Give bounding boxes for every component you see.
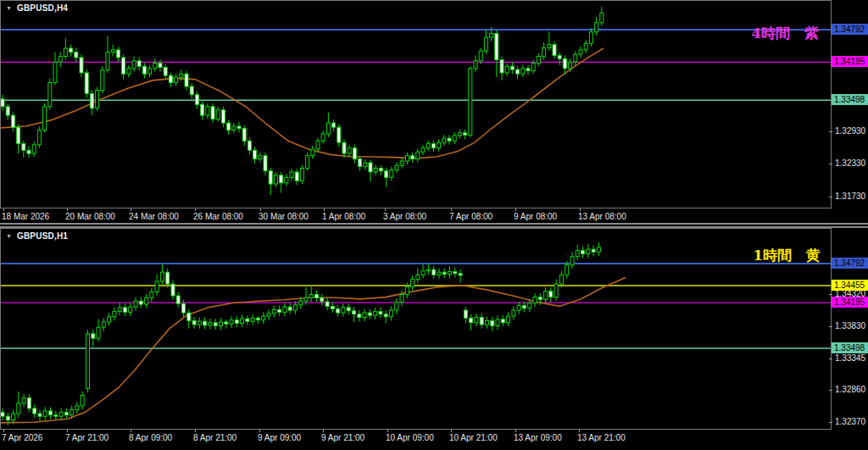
price-axis-label: 1.31730 [835, 192, 865, 201]
mt4-chart-workspace: ▼ GBPUSD,H4 4時間 紫 18 Mar 202620 Mar 08:0… [0, 0, 868, 450]
time-axis-tick [259, 430, 260, 432]
time-axis-label: 10 Apr 21:00 [449, 433, 498, 442]
h4-time-axis: 18 Mar 202620 Mar 08:0024 Mar 08:0026 Ma… [0, 208, 832, 223]
time-axis-label: 7 Apr 21:00 [65, 433, 108, 442]
time-axis-tick [3, 430, 4, 432]
time-axis-label: 10 Apr 09:00 [386, 433, 434, 442]
time-axis-tick [131, 430, 131, 432]
symbol-timeframe-label-h1: GBPUSD,H1 [17, 231, 68, 241]
time-axis-tick [131, 208, 131, 211]
plot-frame [1, 1, 832, 208]
price-axis-label: 1.32860 [835, 385, 865, 394]
h1-candlestick-chart[interactable] [0, 228, 832, 430]
time-axis-tick [385, 208, 386, 211]
time-axis-label: 13 Apr 08:00 [578, 212, 626, 221]
time-axis-label: 24 Mar 08:00 [129, 212, 179, 221]
level-price-label: 1.34195 [832, 56, 868, 67]
time-axis-tick [195, 208, 196, 211]
h4-annotation-text: 4時間 紫 [751, 24, 819, 43]
level-price-label: 1.34792 [832, 24, 868, 35]
level-price-label: 1.34792 [832, 258, 868, 269]
price-axis-label: 1.33345 [835, 353, 865, 363]
price-axis-tick [829, 197, 832, 197]
price-axis-label: 1.32930 [835, 126, 865, 136]
time-axis-label: 13 Apr 09:00 [514, 433, 562, 442]
price-axis-tick [829, 131, 832, 132]
price-axis-tick [829, 164, 832, 164]
h1-annotation-text: 1時間 黄 [753, 246, 821, 265]
plot-frame [1, 229, 832, 430]
time-axis-label: 9 Apr 08:00 [514, 212, 557, 221]
level-price-label: 1.34455 [832, 280, 868, 291]
h1-chart-title: ▼ GBPUSD,H1 [6, 231, 68, 241]
time-axis-label: 7 Apr 2026 [2, 433, 42, 442]
price-axis-tick [829, 422, 832, 423]
price-axis-tick [829, 358, 832, 359]
time-axis-tick [387, 430, 388, 432]
candles-series [1, 242, 600, 425]
time-axis-label: 30 Mar 08:00 [259, 212, 309, 221]
time-axis-tick [67, 430, 68, 432]
time-axis-tick [579, 430, 580, 432]
h1-time-axis: 7 Apr 20267 Apr 21:008 Apr 09:008 Apr 21… [0, 430, 832, 444]
h4-chart-title: ▼ GBPUSD,H4 [6, 3, 68, 13]
h4-candlestick-chart[interactable] [0, 0, 832, 208]
time-axis-tick [451, 208, 452, 211]
level-price-label: 1.33498 [832, 94, 868, 105]
time-axis-label: 20 Mar 08:00 [65, 212, 115, 221]
time-axis-tick [195, 430, 196, 432]
time-axis-label: 13 Apr 21:00 [577, 433, 626, 442]
level-price-label: 1.34195 [832, 297, 868, 308]
level-price-label: 1.33498 [832, 342, 868, 353]
symbol-dropdown-icon[interactable]: ▼ [6, 232, 12, 241]
time-axis-label: 9 Apr 21:00 [321, 433, 364, 442]
time-axis-label: 8 Apr 21:00 [193, 433, 236, 442]
time-axis-label: 9 Apr 09:00 [258, 433, 301, 442]
moving-average-line [0, 277, 626, 423]
symbol-timeframe-label-h4: GBPUSD,H4 [17, 3, 68, 13]
time-axis-tick [324, 208, 325, 211]
candles-series [1, 7, 604, 195]
price-axis: 1.329301.323301.317301.347921.341951.334… [832, 0, 868, 450]
price-axis-tick [829, 390, 832, 391]
price-axis-label: 1.33830 [835, 321, 865, 331]
time-axis-label: 26 Mar 08:00 [193, 212, 243, 221]
time-axis-tick [451, 430, 452, 432]
time-axis-label: 18 Mar 2026 [2, 212, 49, 221]
time-axis-tick [3, 208, 4, 211]
price-axis-label: 1.32370 [835, 417, 865, 426]
price-axis-tick [829, 326, 832, 327]
time-axis-tick [323, 430, 324, 432]
time-axis-tick [580, 208, 581, 211]
time-axis-tick [260, 208, 261, 211]
price-axis-label: 1.32330 [835, 158, 865, 168]
time-axis-tick [67, 208, 68, 211]
time-axis-label: 7 Apr 08:00 [449, 212, 492, 221]
time-axis-tick [515, 430, 516, 432]
time-axis-label: 3 Apr 08:00 [383, 212, 426, 221]
symbol-dropdown-icon[interactable]: ▼ [6, 4, 12, 13]
time-axis-label: 8 Apr 09:00 [129, 433, 172, 442]
price-axis-tick [829, 294, 832, 295]
time-axis-tick [515, 208, 516, 211]
time-axis-label: 1 Apr 08:00 [322, 212, 365, 221]
